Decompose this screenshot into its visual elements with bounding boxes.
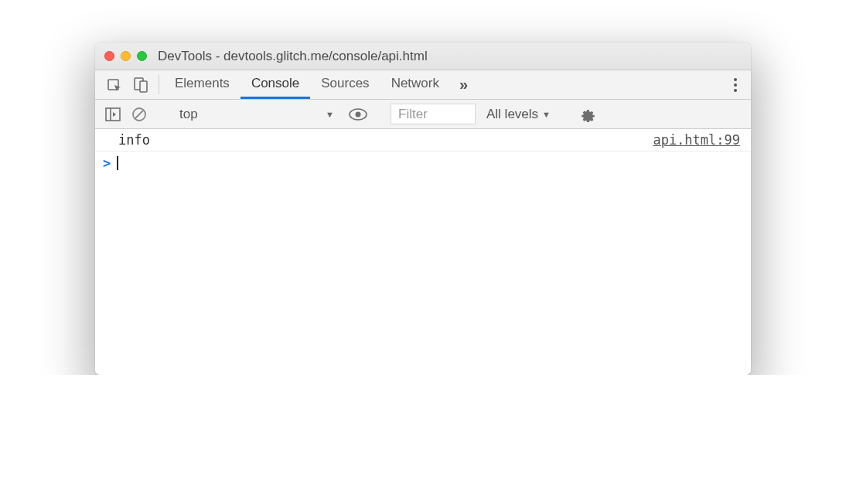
zoom-window-button[interactable] (137, 51, 147, 61)
context-label: top (179, 107, 198, 122)
svg-line-6 (135, 110, 144, 118)
tab-console[interactable]: Console (240, 70, 310, 99)
traffic-lights (104, 51, 147, 61)
titlebar: DevTools - devtools.glitch.me/console/ap… (95, 43, 751, 70)
svg-point-8 (356, 111, 361, 117)
toggle-console-sidebar-icon[interactable] (103, 104, 123, 124)
settings-menu-button[interactable] (728, 70, 743, 99)
clear-console-icon[interactable] (129, 104, 149, 124)
svg-rect-2 (140, 81, 147, 92)
filter-placeholder: Filter (398, 107, 428, 122)
console-settings-icon[interactable] (578, 104, 598, 124)
chevron-down-icon: ▼ (542, 110, 551, 119)
tabbar: Elements Console Sources Network » (95, 70, 751, 100)
log-levels-select[interactable]: All levels ▼ (482, 107, 555, 122)
more-tabs-button[interactable]: » (450, 70, 476, 99)
levels-label: All levels (486, 107, 538, 122)
device-toolbar-icon[interactable] (128, 70, 154, 99)
console-prompt[interactable]: > (95, 152, 751, 175)
minimize-window-button[interactable] (121, 51, 131, 61)
console-output: info api.html:99 > (95, 129, 751, 375)
close-window-button[interactable] (104, 51, 114, 61)
execution-context-select[interactable]: top ▼ (172, 104, 342, 125)
log-row[interactable]: info api.html:99 (95, 129, 751, 152)
prompt-chevron-icon: > (103, 155, 111, 171)
devtools-window: DevTools - devtools.glitch.me/console/ap… (95, 43, 751, 375)
tab-elements[interactable]: Elements (164, 70, 240, 99)
input-cursor (117, 156, 118, 170)
tabs: Elements Console Sources Network (164, 70, 450, 99)
chevron-down-icon: ▼ (326, 110, 334, 119)
inspect-element-icon[interactable] (101, 70, 128, 99)
log-message: info (118, 132, 653, 148)
divider (159, 75, 159, 94)
window-title: DevTools - devtools.glitch.me/console/ap… (158, 49, 428, 64)
tab-network[interactable]: Network (380, 70, 450, 99)
live-expression-icon[interactable] (348, 104, 368, 124)
log-source-link[interactable]: api.html:99 (653, 132, 740, 148)
tab-sources[interactable]: Sources (310, 70, 380, 99)
filter-input[interactable]: Filter (391, 104, 476, 124)
console-toolbar: top ▼ Filter All levels ▼ (95, 100, 751, 129)
